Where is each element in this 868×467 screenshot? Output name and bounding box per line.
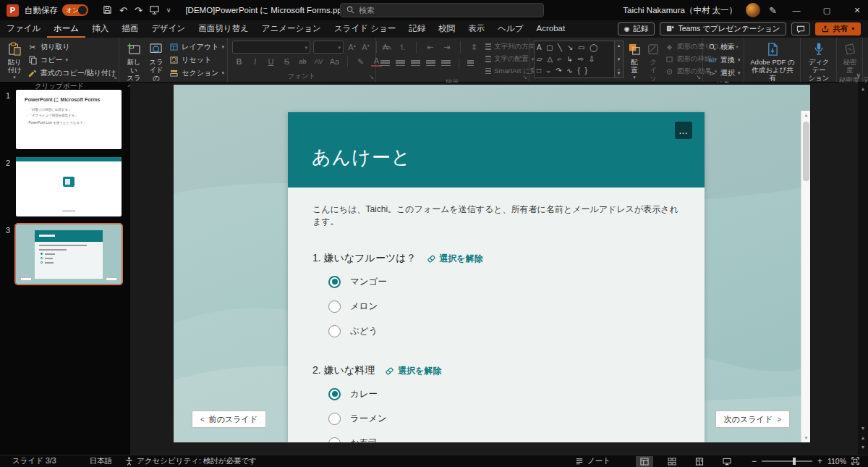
canvas-scrollbar[interactable]: ▴ ▾ ▴ ▾ <box>858 83 868 455</box>
tab-review[interactable]: 校閲 <box>432 20 461 38</box>
arrange-button[interactable]: 配置 ▾ <box>626 41 642 81</box>
cut-button[interactable]: ✂ 切り取り <box>27 41 116 54</box>
tab-home[interactable]: ホーム <box>47 20 85 38</box>
tab-animations[interactable]: アニメーション <box>255 20 328 38</box>
undo-icon[interactable]: ↶ <box>119 6 127 15</box>
gallery-more-icon[interactable]: ▾ <box>618 70 621 76</box>
ribbon-group-drawing: A ▢ ╲ ↘ ▭ ◯ ▱ △ ⌐ ↳ ⇨ ⇩ □ ⌣ ↷ ∿ { } ▴ ▾ … <box>529 38 703 82</box>
close-button[interactable]: ✕ <box>846 0 868 20</box>
previous-slide-scroll-icon[interactable]: ▴ <box>861 434 864 441</box>
notes-button[interactable]: ノート <box>569 456 617 466</box>
save-icon[interactable] <box>103 5 112 16</box>
option-melon[interactable]: メロン <box>328 294 680 319</box>
option-ramen[interactable]: ラーメン <box>328 406 680 431</box>
user-name[interactable]: Taichi Nakamura（中村 太一） <box>623 5 737 16</box>
shape-gallery[interactable]: A ▢ ╲ ↘ ▭ ◯ ▱ △ ⌐ ↳ ⇨ ⇩ □ ⌣ ↷ ∿ { } <box>534 41 615 78</box>
zoom-level[interactable]: 110% <box>822 457 851 466</box>
select-button[interactable]: ▻ 選択 ▾ <box>707 67 741 80</box>
scrollbar-thumb[interactable] <box>803 122 809 181</box>
thumbnail-3-preview[interactable] <box>16 224 122 284</box>
question-1-clear-selection-link[interactable]: 選択を解除 <box>427 253 483 265</box>
normal-view-button[interactable] <box>636 456 653 467</box>
avatar[interactable] <box>746 3 760 17</box>
share-button[interactable]: 共有 ▾ <box>815 22 861 35</box>
layout-button[interactable]: レイアウト ▾ <box>169 41 224 54</box>
tab-insert[interactable]: 挿入 <box>85 20 115 38</box>
question-2-clear-selection-link[interactable]: 選択を解除 <box>385 365 441 377</box>
present-in-teams-button[interactable]: T Teams でプレゼンテーション <box>660 22 786 35</box>
option-grape[interactable]: ぶどう <box>328 319 680 343</box>
tab-draw[interactable]: 描画 <box>115 20 145 38</box>
search-input[interactable] <box>359 6 537 14</box>
copy-button[interactable]: コピー ▾ <box>27 54 116 67</box>
option-mango[interactable]: マンゴー <box>328 269 680 294</box>
zoom-in-button[interactable]: + <box>817 456 822 466</box>
radio-icon[interactable] <box>328 413 341 425</box>
thumbnail-3-selected[interactable]: 3 <box>0 224 130 284</box>
record-button[interactable]: ◉ 記録 <box>618 22 655 35</box>
tab-acrobat[interactable]: Acrobat <box>530 20 572 38</box>
gallery-up-icon[interactable]: ▴ <box>618 43 621 49</box>
minimize-button[interactable]: — <box>786 0 807 20</box>
next-slide-scroll-icon[interactable]: ▾ <box>861 444 864 450</box>
radio-icon[interactable] <box>328 437 341 443</box>
tab-record[interactable]: 記録 <box>402 20 432 38</box>
scroll-up-icon[interactable]: ▴ <box>801 112 810 118</box>
radio-selected-icon[interactable] <box>328 276 341 288</box>
zoom-out-button[interactable]: − <box>752 456 757 466</box>
option-curry[interactable]: カレー <box>328 382 680 406</box>
radio-icon[interactable] <box>328 325 341 337</box>
fit-to-window-button[interactable] <box>851 457 862 466</box>
thumbnail-1-preview[interactable]: PowerPoint に Microsoft Forms ・「対面での回答に出席… <box>16 90 122 149</box>
gallery-down-icon[interactable]: ▾ <box>618 56 621 62</box>
slide-sorter-view-button[interactable] <box>663 456 681 467</box>
dictation-button[interactable]: ディクテー ション ▾ <box>805 41 833 89</box>
option-sushi[interactable]: お寿司 <box>328 431 680 442</box>
scroll-down-icon[interactable]: ▾ <box>801 435 810 441</box>
slideshow-view-button[interactable] <box>718 456 736 467</box>
reset-button[interactable]: リセット <box>169 54 224 67</box>
collapse-ribbon-icon[interactable]: ∨ <box>856 72 861 79</box>
comments-button[interactable] <box>791 22 810 35</box>
form-scrollbar[interactable]: ▴ ▾ <box>801 111 810 442</box>
adobe-pdf-button[interactable]: Adobe PDF の 作成および共有 <box>749 41 797 83</box>
thumbnail-1[interactable]: 1 PowerPoint に Microsoft Forms ・「対面での回答に… <box>0 90 130 149</box>
section-button[interactable]: セクション ▾ <box>169 67 224 80</box>
pen-icon[interactable]: ✎ <box>769 5 777 16</box>
tab-transitions[interactable]: 画面切り替え <box>192 20 255 38</box>
canvas-scroll-up-icon[interactable]: ▴ <box>861 83 864 92</box>
find-button[interactable]: 検索 <box>707 41 741 54</box>
tab-view[interactable]: 表示 <box>461 20 491 38</box>
font-dialog-launcher[interactable]: ↘ <box>369 75 374 80</box>
clipboard-dialog-launcher[interactable]: ↘ <box>112 75 117 80</box>
previous-slide-button[interactable]: < 前のスライド <box>192 411 266 428</box>
tab-slideshow[interactable]: スライド ショー <box>328 20 402 38</box>
accessibility-status[interactable]: アクセシビリティ: 検討が必要です <box>119 456 263 466</box>
tab-design[interactable]: デザイン <box>145 20 192 38</box>
customize-qat-icon[interactable]: ∨ <box>166 7 171 14</box>
redo-icon[interactable]: ↷ <box>135 6 142 15</box>
thumbnail-2-preview[interactable] <box>16 157 122 216</box>
tab-help[interactable]: ヘルプ <box>491 20 529 38</box>
form-more-button[interactable]: … <box>675 122 692 139</box>
autosave-toggle[interactable]: オン <box>62 4 88 16</box>
shape-gallery-scroll[interactable]: ▴ ▾ ▾ <box>615 41 624 78</box>
search-box[interactable] <box>340 3 544 17</box>
paste-button[interactable]: 貼り付け ▾ <box>4 41 25 81</box>
radio-icon[interactable] <box>328 300 341 313</box>
replace-button[interactable]: ab 置換 ▾ <box>707 54 741 67</box>
start-slideshow-icon[interactable] <box>150 5 159 16</box>
canvas-scroll-down-icon[interactable]: ▾ <box>861 425 864 432</box>
zoom-slider[interactable] <box>762 460 812 462</box>
drawing-dialog-launcher[interactable]: ↘ <box>696 75 701 80</box>
zoom-slider-thumb[interactable] <box>793 458 796 465</box>
tab-file[interactable]: ファイル <box>0 20 47 38</box>
next-slide-button[interactable]: 次のスライド > <box>715 411 790 428</box>
thumbnail-2[interactable]: 2 <box>0 157 130 216</box>
maximize-button[interactable]: ▢ <box>816 0 838 20</box>
language-status[interactable]: 日本語 <box>83 456 119 466</box>
format-painter-button[interactable]: 書式のコピー/貼り付け <box>27 67 116 80</box>
reading-view-button[interactable] <box>691 456 708 467</box>
paragraph-dialog-launcher[interactable]: ↘ <box>522 75 527 80</box>
radio-selected-icon[interactable] <box>328 388 341 400</box>
